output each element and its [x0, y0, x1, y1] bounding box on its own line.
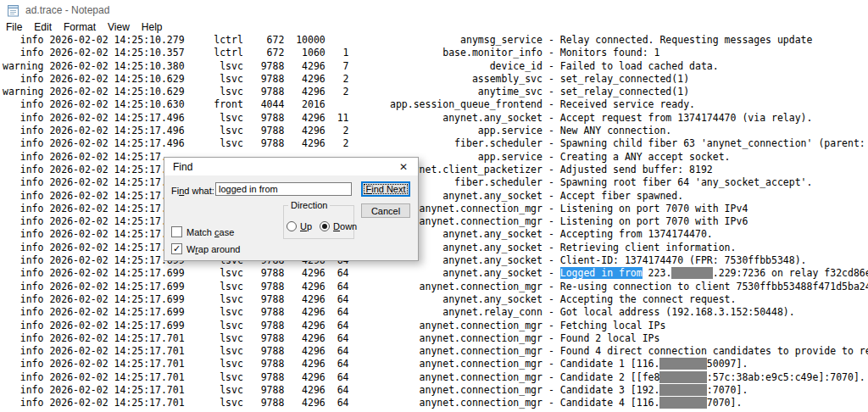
match-case-label: Match case [186, 227, 234, 237]
redaction-box [659, 384, 706, 396]
redaction-box [659, 358, 706, 370]
direction-up-radio[interactable]: Up [287, 221, 312, 231]
log-line: info 2026-02-02 14:25:17.701 lsvc 9788 4… [3, 358, 868, 370]
match-case-checkbox[interactable]: Match case [171, 226, 234, 237]
redaction-box [659, 371, 706, 383]
log-line: info 2026-02-02 14:25:17. fiber.schedule… [3, 176, 868, 189]
log-line: info 2026-02-02 14:25:17. anynet.any_soc… [3, 242, 868, 254]
radio-icon-down [320, 221, 330, 231]
menu-file[interactable]: File [0, 20, 28, 34]
direction-group-label: Direction [288, 200, 330, 210]
log-line: info 2026-02-02 14:25:17.699 lsvc 9788 4… [3, 306, 868, 319]
checkbox-icon-checked: ✓ [171, 243, 182, 254]
log-line: info 2026-02-02 14:25:17.701 lsvc 9788 4… [3, 345, 868, 358]
redaction-box [671, 267, 712, 279]
log-line: info 2026-02-02 14:25:17.701 lsvc 9788 4… [3, 371, 868, 384]
down-label: Down [333, 221, 357, 231]
log-line: info 2026-02-02 14:25:10.357 lctrl 672 1… [3, 47, 868, 59]
find-dialog: Find ✕ Find what: Find Next Cancel Direc… [164, 157, 419, 261]
log-line: warning 2026-02-02 14:25:10.629 lsvc 978… [3, 86, 868, 98]
log-line: info 2026-02-02 14:25:17.699 lsvc 9788 4… [3, 293, 868, 306]
log-line: info 2026-02-02 14:25:17. anynet.connect… [3, 203, 868, 215]
checkbox-icon-unchecked [171, 226, 182, 237]
direction-group: Direction Up Down [283, 205, 354, 239]
wrap-around-label: Wrap around [186, 244, 240, 254]
wrap-around-checkbox[interactable]: ✓ Wrap around [171, 243, 240, 254]
menu-help[interactable]: Help [136, 20, 169, 34]
find-dialog-titlebar[interactable] [164, 158, 418, 175]
direction-down-radio[interactable]: Down [320, 221, 357, 231]
log-line: info 2026-02-02 14:25:17.496 lsvc 9788 4… [3, 137, 868, 150]
menu-edit[interactable]: Edit [28, 20, 58, 34]
log-line: info 2026-02-02 14:25:17. anynet.any_soc… [3, 228, 868, 241]
notepad-icon [7, 3, 19, 17]
log-line: warning 2026-02-02 14:25:10.380 lsvc 978… [3, 60, 868, 73]
close-icon[interactable]: ✕ [397, 160, 410, 173]
find-what-label: Find what: [171, 186, 214, 196]
find-what-input[interactable] [215, 182, 352, 196]
log-line: info 2026-02-02 14:25:10.629 lsvc 9788 4… [3, 73, 868, 86]
log-line: info 2026-02-02 14:25:17. app.service - … [3, 151, 868, 164]
notepad-window: ad.trace - Notepad FileEditFormatViewHel… [0, 0, 868, 412]
find-next-button[interactable]: Find Next [361, 181, 410, 197]
log-line: info 2026-02-02 14:25:17.496 lsvc 9788 4… [3, 125, 868, 137]
log-line: info 2026-02-02 14:25:17.699 lsvc 9788 4… [3, 320, 868, 332]
log-line: info 2026-02-02 14:25:17.701 lsvc 9788 4… [3, 384, 868, 397]
menu-view[interactable]: View [102, 20, 136, 34]
log-line: info 2026-02-02 14:25:17.699 lsvc 9788 4… [3, 267, 868, 280]
titlebar: ad.trace - Notepad [0, 0, 868, 19]
redaction-box [659, 397, 706, 409]
up-label: Up [300, 221, 312, 231]
log-line: info 2026-02-02 14:25:17. anynet.client_… [3, 164, 868, 176]
log-line: info 2026-02-02 14:25:10.279 lctrl 672 1… [3, 34, 868, 47]
window-title: ad.trace - Notepad [25, 4, 109, 16]
text-editor[interactable]: info 2026-02-02 14:25:10.279 lctrl 672 1… [3, 34, 868, 410]
cancel-button[interactable]: Cancel [361, 203, 410, 218]
menu-format[interactable]: Format [58, 20, 102, 34]
log-line: info 2026-02-02 14:25:17. anynet.connect… [3, 215, 868, 228]
menu-bar: FileEditFormatViewHelp [0, 19, 868, 34]
search-match-highlight: Logged in from [560, 267, 643, 279]
log-line: info 2026-02-02 14:25:17.701 lsvc 9788 4… [3, 332, 868, 345]
find-dialog-title: Find [173, 161, 192, 173]
log-line: info 2026-02-02 14:25:17.496 lsvc 9788 4… [3, 112, 868, 125]
log-line: info 2026-02-02 14:25:10.630 front 4044 … [3, 98, 868, 111]
log-line: info 2026-02-02 14:25:17.699 lsvc 9788 4… [3, 281, 868, 293]
log-line: info 2026-02-02 14:25:17.699 lsvc 9788 4… [3, 254, 868, 267]
radio-icon-up [287, 221, 297, 231]
log-line: info 2026-02-02 14:25:17.701 lsvc 9788 4… [3, 397, 868, 409]
log-line: info 2026-02-02 14:25:17. anynet.any_soc… [3, 190, 868, 203]
